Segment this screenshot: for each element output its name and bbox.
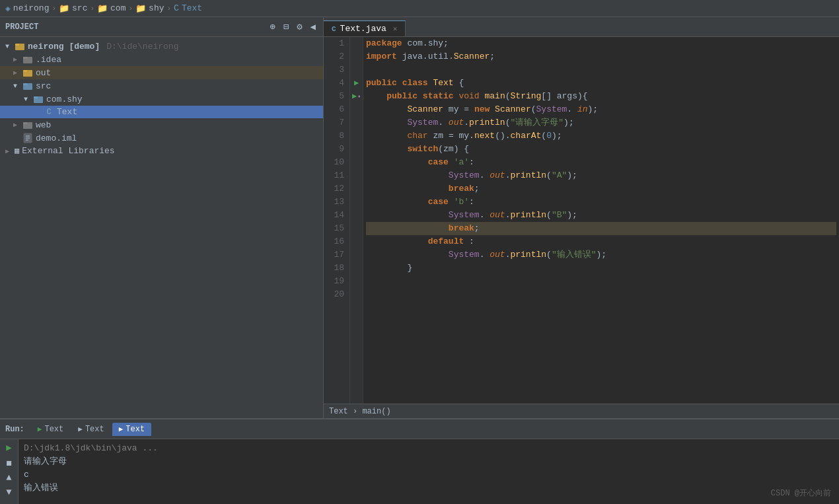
java-class-icon-text: C — [44, 108, 54, 117]
code-line-5: public static void main(String[] args){ — [366, 90, 836, 103]
tree-label-extlibs: External Libraries — [22, 146, 114, 156]
code-line-14: System. out.println("B"); — [366, 209, 836, 222]
breadcrumb-com[interactable]: com — [110, 3, 126, 13]
run-tab-label-3: Text — [126, 425, 145, 434]
extlibs-icon: ▦ — [15, 146, 19, 156]
arrow-neirong: ▼ — [5, 43, 12, 50]
run-stop-button[interactable]: ◼ — [2, 457, 17, 468]
editor-breadcrumb-text: Text › main() — [329, 407, 391, 416]
code-line-3 — [366, 63, 836, 77]
breadcrumb-folder-icon-2: 📁 — [97, 3, 108, 14]
run-tab-2[interactable]: ▶ Text — [71, 423, 110, 436]
tree-item-web[interactable]: ▶ web — [0, 118, 323, 131]
code-line-4: public class Text { — [366, 77, 836, 90]
breadcrumb-text-class[interactable]: Text — [182, 3, 202, 13]
tab-close-icon[interactable]: ✕ — [393, 24, 398, 33]
tree-item-idea[interactable]: ▶ .idea — [0, 53, 323, 66]
breadcrumb-src[interactable]: src — [72, 3, 87, 13]
run-label: Run: — [5, 425, 24, 434]
svg-rect-9 — [34, 96, 38, 98]
run-rerun-button[interactable]: ↻ — [2, 501, 17, 504]
line-numbers: 1 2 3 4 5 6 7 8 9 10 11 12 13 14 15 16 1 — [324, 37, 350, 404]
code-area: 1 2 3 4 5 6 7 8 9 10 11 12 13 14 15 16 1 — [324, 37, 839, 404]
output-line-1: D:\jdk1.8\jdk\bin\java ... — [24, 442, 834, 455]
code-lines[interactable]: package com.shy; import java.util.Scanne… — [363, 37, 839, 404]
collapse-icon[interactable]: ⊟ — [281, 20, 291, 33]
run-arrow-line5[interactable]: ▶ ⬧ — [350, 90, 363, 103]
tree-item-comshy[interactable]: ▼ com.shy — [0, 92, 323, 106]
tree-item-extlibs[interactable]: ▶ ▦ External Libraries — [0, 145, 323, 157]
code-line-17: System. out.println("输入错误"); — [366, 248, 836, 262]
tab-java-icon: C — [332, 25, 336, 33]
folder-icon-neirong — [15, 41, 25, 52]
code-line-7: System. out.println("请输入字母"); — [366, 116, 836, 129]
run-tab-1[interactable]: ▶ Text — [31, 423, 70, 436]
breadcrumb-folder-icon-3: 📁 — [135, 3, 146, 14]
breadcrumb-folder-icon-1: 📁 — [59, 3, 69, 14]
run-content-wrapper: ▶ ◼ ▲ ▼ ↻ D:\jdk1.8\jdk\bin\java ... 请输入… — [0, 439, 839, 504]
sidebar: Project ⊕ ⊟ ⚙ ◀ ▼ neirong [demo] D:\ide\… — [0, 17, 324, 418]
bookmark-icon-line5: ⬧ — [357, 90, 361, 103]
folder-icon-src — [22, 81, 33, 91]
run-watermark: CSDN @开心向前 — [771, 487, 831, 499]
code-line-12: break; — [366, 182, 836, 196]
svg-rect-5 — [23, 70, 27, 72]
tree-label-out: out — [36, 68, 51, 78]
breadcrumb-sep-1: › — [52, 5, 56, 13]
code-line-1: package com.shy; — [366, 37, 836, 50]
breadcrumb-sep-4: › — [166, 5, 171, 13]
run-panel: Run: ▶ Text ▶ Text ▶ Text ▶ ◼ ▲ ▼ ↻ D:\j… — [0, 418, 839, 504]
run-sidebar: ▶ ◼ ▲ ▼ ↻ — [0, 439, 18, 504]
arrow-src: ▼ — [13, 83, 20, 90]
code-line-6: Scanner my = new Scanner(System. in); — [366, 103, 836, 116]
code-line-16: default : — [366, 235, 836, 248]
breadcrumb-shy[interactable]: shy — [149, 3, 164, 13]
breadcrumb-sep-2: › — [90, 5, 94, 13]
tree-item-text-class[interactable]: C Text — [0, 106, 323, 118]
editor-content: 1 2 3 4 5 6 7 8 9 10 11 12 13 14 15 16 1 — [324, 37, 839, 404]
svg-rect-7 — [23, 83, 27, 85]
run-tab-icon-2: ▶ — [78, 425, 83, 433]
tree-label-src: src — [36, 81, 51, 91]
run-tab-icon-3: ▶ — [119, 425, 124, 433]
run-play-button[interactable]: ▶ — [2, 442, 17, 453]
breadcrumb-class-icon: C — [174, 3, 179, 13]
output-line-3: c — [24, 468, 834, 482]
code-line-10: case 'a': — [366, 156, 836, 169]
sidebar-header: Project ⊕ ⊟ ⚙ ◀ — [0, 17, 323, 37]
output-line-4: 输入错误 — [24, 482, 834, 495]
run-up-button[interactable]: ▲ — [2, 472, 17, 483]
code-line-2: import java.util.Scanner; — [366, 50, 836, 63]
run-content: ▶ ◼ ▲ ▼ ↻ D:\jdk1.8\jdk\bin\java ... 请输入… — [0, 439, 839, 504]
settings-icon[interactable]: ⚙ — [295, 20, 304, 33]
locate-icon[interactable]: ⊕ — [268, 20, 277, 33]
tab-text-java[interactable]: C Text.java ✕ — [324, 20, 406, 36]
tree-item-demoixml[interactable]: demo.iml — [0, 131, 323, 145]
run-tab-3[interactable]: ▶ Text — [112, 423, 151, 436]
sidebar-title: Project — [5, 22, 38, 32]
code-line-8: char zm = my.next().charAt(0); — [366, 129, 836, 143]
folder-icon-idea — [22, 54, 33, 65]
arrow-idea: ▶ — [13, 55, 20, 63]
tree-item-src[interactable]: ▼ src — [0, 79, 323, 92]
main-area: Project ⊕ ⊟ ⚙ ◀ ▼ neirong [demo] D:\ide\… — [0, 17, 839, 418]
editor-tabs: C Text.java ✕ — [324, 17, 839, 37]
run-tab-label-1: Text — [44, 425, 63, 434]
tree-item-out[interactable]: ▶ out — [0, 66, 323, 79]
breadcrumb-neirong[interactable]: neirong — [13, 3, 50, 13]
tree-extra-neirong: D:\ide\neirong — [106, 42, 178, 52]
code-line-18: } — [366, 262, 836, 275]
svg-rect-11 — [23, 122, 27, 124]
run-arrow-line4[interactable]: ▶ — [350, 77, 363, 90]
breadcrumb-bar: ◈ neirong › 📁 src › 📁 com › 📁 shy › C Te… — [0, 0, 839, 17]
arrow-extlibs: ▶ — [5, 147, 12, 155]
run-tabs: Run: ▶ Text ▶ Text ▶ Text — [0, 419, 839, 439]
arrow-comshy: ▼ — [24, 96, 30, 103]
folder-icon-web — [22, 120, 33, 130]
tree-item-neirong[interactable]: ▼ neirong [demo] D:\ide\neirong — [0, 40, 323, 53]
run-down-button[interactable]: ▼ — [2, 487, 17, 497]
run-tab-icon-1: ▶ — [38, 425, 42, 433]
editor-area: C Text.java ✕ 1 2 3 4 5 6 7 8 9 10 — [324, 17, 839, 418]
expand-panel-icon[interactable]: ◀ — [309, 20, 318, 33]
tree-label-web: web — [36, 120, 51, 130]
